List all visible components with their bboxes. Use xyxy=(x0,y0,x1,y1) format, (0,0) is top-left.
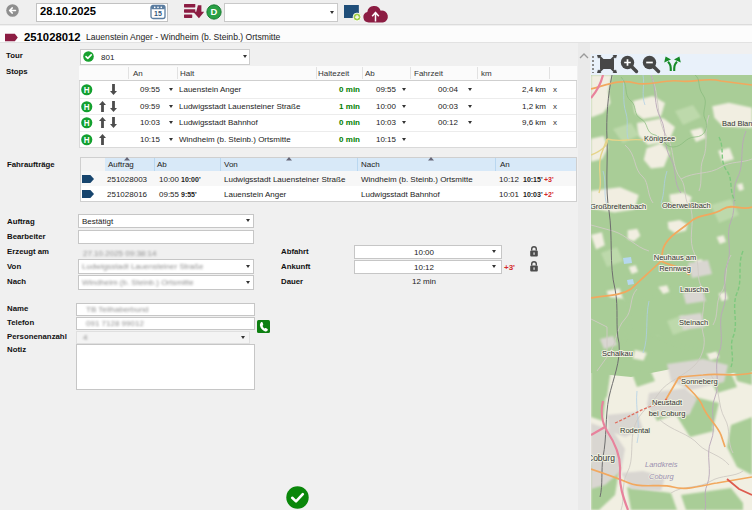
svg-text:D: D xyxy=(211,6,218,17)
svg-text:Coburg: Coburg xyxy=(591,453,615,463)
svg-text:Sonneberg: Sonneberg xyxy=(681,377,718,386)
svg-text:Neuhaus am: Neuhaus am xyxy=(654,253,697,262)
svg-text:Neustadt: Neustadt xyxy=(652,398,683,407)
svg-text:H: H xyxy=(84,86,90,95)
svg-text:Coburg: Coburg xyxy=(649,472,674,481)
svg-text:Lauscha: Lauscha xyxy=(680,285,709,294)
svg-text:Steinach: Steinach xyxy=(679,318,708,327)
svg-text:H: H xyxy=(84,103,90,112)
svg-text:Rodental: Rodental xyxy=(620,426,650,435)
svg-text:H: H xyxy=(84,119,90,128)
svg-text:H: H xyxy=(84,136,90,145)
svg-text:15: 15 xyxy=(154,10,162,17)
svg-text:Oberweißbach: Oberweißbach xyxy=(662,201,711,210)
svg-text:Königsee: Königsee xyxy=(644,134,675,143)
svg-text:Schalkau: Schalkau xyxy=(602,349,633,358)
svg-text:Rennweg: Rennweg xyxy=(659,264,691,273)
svg-text:Bad Blank: Bad Blank xyxy=(722,119,752,128)
svg-text:Landkreis: Landkreis xyxy=(645,460,678,469)
svg-text:bei Coburg: bei Coburg xyxy=(649,409,686,418)
svg-text:Großbreitenbach: Großbreitenbach xyxy=(591,202,646,211)
